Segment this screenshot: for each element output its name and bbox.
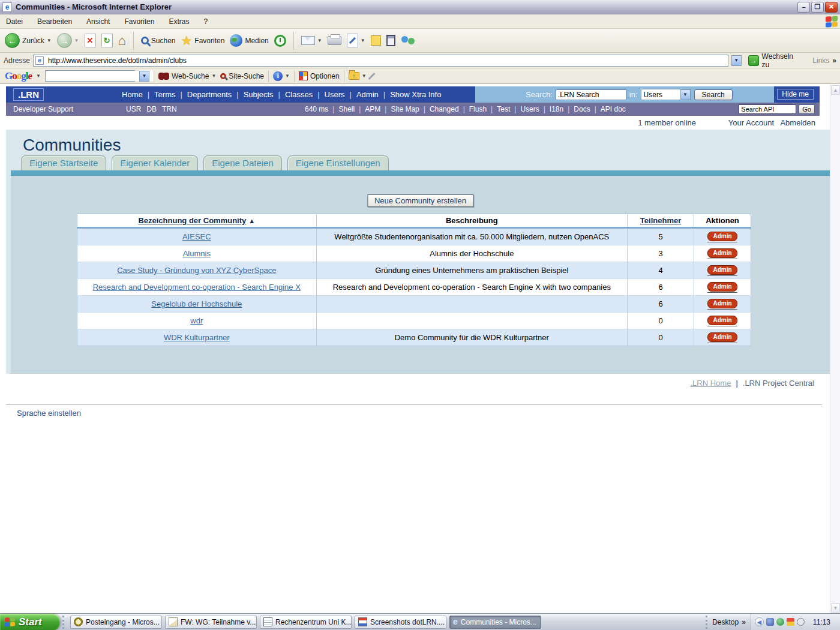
- menu-favoriten[interactable]: Favoriten: [124, 17, 154, 26]
- refresh-button[interactable]: ↻: [101, 34, 113, 47]
- your-account-link[interactable]: Your Account: [728, 118, 774, 127]
- tray-icon-updates[interactable]: [787, 618, 794, 626]
- search-scope-select[interactable]: Users ▼: [641, 89, 691, 100]
- web-search-button[interactable]: Web-Suche ▼: [158, 72, 216, 80]
- set-language-link[interactable]: Sprache einstellen: [17, 409, 81, 418]
- dev-link-flush[interactable]: Flush: [459, 105, 487, 113]
- admin-action-link[interactable]: Admin: [707, 315, 737, 326]
- api-go-button[interactable]: Go: [799, 104, 815, 114]
- favorites-button[interactable]: ★ Favoriten: [181, 34, 225, 47]
- task-mail-message[interactable]: FW: WG: Teilnahme v...: [165, 616, 257, 629]
- create-community-button[interactable]: Neue Community erstellen: [367, 194, 473, 207]
- task-posteingang[interactable]: Posteingang - Micros...: [70, 616, 162, 629]
- discuss-button[interactable]: [371, 35, 381, 46]
- community-link[interactable]: Segelclub der Hochschule: [151, 299, 242, 308]
- google-dropdown-icon[interactable]: ▼: [36, 73, 41, 79]
- google-logo[interactable]: Google: [5, 70, 32, 82]
- admin-action-link[interactable]: Admin: [707, 248, 737, 259]
- tray-icon-network[interactable]: [766, 618, 774, 626]
- site-search-button[interactable]: Site-Suche: [220, 72, 264, 80]
- menu-bearbeiten[interactable]: Bearbeiten: [37, 17, 72, 26]
- page-info-button[interactable]: i ▼: [273, 71, 290, 81]
- highlight-button[interactable]: [371, 72, 373, 80]
- mail-button[interactable]: ▼: [301, 36, 322, 45]
- nav-users[interactable]: Users: [313, 90, 344, 99]
- admin-action-link[interactable]: Admin: [707, 298, 737, 310]
- task-screenshots[interactable]: Screenshots dotLRN....: [355, 616, 446, 629]
- community-link[interactable]: Case Study - Gründung von XYZ CyberSpace: [117, 266, 276, 275]
- admin-action-link[interactable]: Admin: [707, 332, 737, 343]
- community-link[interactable]: Alumnis: [183, 249, 211, 258]
- dev-link-i18n[interactable]: I18n: [539, 105, 563, 113]
- edit-dropdown-icon[interactable]: ▼: [361, 38, 365, 43]
- close-button[interactable]: ✕: [825, 2, 838, 13]
- header-name-sort[interactable]: Bezeichnung der Community: [138, 216, 246, 225]
- back-button[interactable]: ← Zurück ▼: [5, 33, 52, 48]
- hide-me-link[interactable]: Hide me: [777, 89, 814, 100]
- folder-up-button[interactable]: ↑ ▼: [349, 72, 367, 80]
- start-button[interactable]: Start: [0, 614, 60, 630]
- google-search-input[interactable]: [46, 71, 154, 81]
- logout-link[interactable]: Abmelden: [780, 118, 815, 127]
- google-search-dropdown-icon[interactable]: ▼: [139, 71, 149, 82]
- sidebar-tool-button[interactable]: [386, 35, 395, 46]
- taskbar-separator[interactable]: [62, 616, 65, 629]
- dev-link-api-doc[interactable]: API doc: [590, 105, 626, 113]
- community-link[interactable]: Research and Development co-operation - …: [93, 283, 301, 292]
- lrn-search-button[interactable]: Search: [694, 89, 733, 100]
- tray-icon-antivirus[interactable]: [776, 618, 784, 626]
- address-input[interactable]: [47, 56, 726, 65]
- nav-admin[interactable]: Admin: [345, 90, 379, 99]
- messenger-button[interactable]: [401, 35, 415, 47]
- nav-classes[interactable]: Classes: [274, 90, 313, 99]
- restore-button[interactable]: ❐: [811, 2, 824, 13]
- tab-eigene-startseite[interactable]: Eigene Startseite: [21, 155, 106, 170]
- back-dropdown-icon[interactable]: ▼: [47, 38, 52, 43]
- scroll-up-icon[interactable]: ▲: [831, 85, 840, 95]
- lrn-home-link[interactable]: .LRN Home: [690, 379, 731, 388]
- task-rechenzentrum-doc[interactable]: Rechenzentrum Uni K...: [260, 616, 352, 629]
- lrn-search-input[interactable]: [556, 89, 626, 100]
- lrn-logo[interactable]: .LRN: [13, 88, 44, 101]
- search-button[interactable]: Suchen: [141, 37, 176, 45]
- go-button[interactable]: → Wechseln zu: [745, 52, 806, 70]
- menu-ansicht[interactable]: Ansicht: [86, 17, 110, 26]
- media-button[interactable]: Medien: [230, 34, 268, 47]
- links-label[interactable]: Links: [812, 56, 829, 65]
- tray-icon-volume[interactable]: [797, 618, 805, 626]
- admin-action-link[interactable]: Admin: [707, 231, 737, 242]
- scope-dropdown-icon[interactable]: ▼: [680, 89, 691, 100]
- menu-datei[interactable]: Datei: [6, 17, 23, 26]
- menu-help[interactable]: ?: [203, 17, 208, 26]
- edit-button[interactable]: ▼: [347, 34, 365, 47]
- forward-button[interactable]: → ▼: [57, 33, 79, 48]
- community-link[interactable]: wdr: [190, 316, 203, 325]
- tab-eigener-kalender[interactable]: Eigener Kalender: [112, 155, 198, 170]
- menu-extras[interactable]: Extras: [169, 17, 189, 26]
- tab-eigene-einstellungen[interactable]: Eigene Einstellungen: [287, 155, 389, 170]
- vertical-scrollbar[interactable]: ▲ ▼: [830, 85, 840, 613]
- task-communities-active[interactable]: e Communities - Micros...: [449, 616, 541, 629]
- tab-eigene-dateien[interactable]: Eigene Dateien: [203, 155, 282, 170]
- dev-link-users[interactable]: Users: [510, 105, 539, 113]
- admin-action-link[interactable]: Admin: [707, 281, 737, 293]
- tray-collapse-icon[interactable]: ◀: [755, 617, 764, 626]
- dev-link-shell[interactable]: Shell: [328, 105, 355, 113]
- dev-link-apm[interactable]: APM: [355, 105, 380, 113]
- developer-support-label[interactable]: Developer Support: [13, 105, 73, 113]
- home-button[interactable]: ⌂: [118, 34, 126, 47]
- options-button[interactable]: Optionen: [299, 71, 340, 80]
- dev-timing[interactable]: 640 ms: [305, 105, 328, 113]
- nav-subjects[interactable]: Subjects: [232, 90, 273, 99]
- api-search-input[interactable]: [739, 104, 796, 114]
- mail-dropdown-icon[interactable]: ▼: [317, 38, 322, 43]
- dev-link-changed[interactable]: Changed: [419, 105, 459, 113]
- taskbar-clock[interactable]: 11:13: [807, 618, 836, 626]
- stop-button[interactable]: ✕: [85, 34, 96, 47]
- nav-departments[interactable]: Departments: [175, 90, 232, 99]
- nav-show-xtra-info[interactable]: Show Xtra Info: [379, 90, 442, 99]
- forward-dropdown-icon[interactable]: ▼: [74, 38, 79, 43]
- community-link[interactable]: WDR Kulturpartner: [164, 333, 230, 342]
- mode-db[interactable]: DB: [146, 105, 157, 113]
- dev-link-site-map[interactable]: Site Map: [380, 105, 419, 113]
